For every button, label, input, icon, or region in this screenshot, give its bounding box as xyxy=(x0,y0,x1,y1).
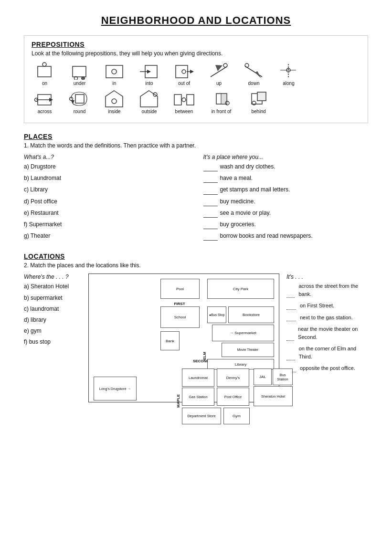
def-3: get stamps and mail letters. xyxy=(203,185,369,194)
svg-rect-34 xyxy=(174,95,181,105)
svg-rect-2 xyxy=(73,66,86,77)
map-longs-drugstore: Long's Drugstore → xyxy=(94,377,137,400)
answer-5: on the corner of Elm and Third. xyxy=(286,345,363,360)
its-label: It's . . . xyxy=(286,274,363,280)
svg-point-6 xyxy=(112,69,117,74)
svg-marker-32 xyxy=(140,91,158,107)
places-title: PLACES xyxy=(24,133,368,140)
svg-point-36 xyxy=(182,98,186,102)
map-school: School xyxy=(160,306,200,328)
place-item-a: a) Drugstore xyxy=(24,162,189,171)
map-movie-theater: Movie Theater xyxy=(222,343,274,357)
map-pool: Pool xyxy=(160,279,200,299)
map-gas-station: Gas Station xyxy=(182,388,214,406)
prep-between: between xyxy=(171,90,197,114)
answer-6: opposite the post office. xyxy=(286,364,363,372)
map-bank: Bank xyxy=(160,331,180,350)
prep-in: in xyxy=(101,62,127,86)
map-sheraton-hotel: Sheraton Hotel xyxy=(254,386,293,406)
whats-a-label: What's a...? xyxy=(24,154,189,160)
svg-point-16 xyxy=(223,63,227,67)
prepositions-section: PREPOSITIONS Look at the following prepo… xyxy=(24,35,368,123)
svg-point-31 xyxy=(112,99,117,104)
place-item-b: b) Laundromat xyxy=(24,174,189,183)
prep-under: under xyxy=(66,62,93,86)
prep-along: along xyxy=(275,62,302,86)
prepositions-desc: Look at the following prepositions, they… xyxy=(32,50,360,57)
place-item-e: e) Restaurant xyxy=(24,209,189,218)
locations-left-column: Where's the . . . ? a) Sheraton Hotel b)… xyxy=(24,274,81,402)
prep-inside: inside xyxy=(101,90,127,114)
places-match-table: What's a...? a) Drugstore b) Laundromat … xyxy=(24,154,368,243)
map-post-office: Post Office xyxy=(217,388,249,406)
map-bus-station: Bus Station xyxy=(273,368,293,385)
svg-marker-9 xyxy=(147,70,151,74)
places-section: PLACES 1. Match the words and the defini… xyxy=(24,133,368,243)
prepositions-row1: on under in into xyxy=(32,62,360,86)
street-maple: MAPLE xyxy=(176,377,180,408)
map-laundromat: Laundromat xyxy=(182,368,214,387)
map-city-park: City Park xyxy=(207,279,274,299)
street-elm: ELM xyxy=(202,331,207,360)
svg-rect-27 xyxy=(75,95,84,103)
prep-into: into xyxy=(136,62,162,86)
wheres-the-label: Where's the . . . ? xyxy=(24,274,81,280)
answer-1: across the street from the bank. xyxy=(286,282,363,298)
map-supermarket: → Supermarket xyxy=(212,325,274,341)
map-jal: JAL xyxy=(254,368,272,385)
answer-3: next to the gas station. xyxy=(286,314,363,322)
svg-marker-13 xyxy=(190,70,194,74)
map-bus-stop: ●Bus Stop xyxy=(207,306,226,323)
map-department-store: Department Store xyxy=(182,408,221,424)
answer-2: on First Street. xyxy=(286,302,363,310)
locations-content: Where's the . . . ? a) Sheraton Hotel b)… xyxy=(24,274,368,402)
prep-down: down xyxy=(241,62,267,86)
loc-item-b: b) supermarket xyxy=(24,294,81,303)
answer-4: near the movie theater on Second. xyxy=(286,325,363,341)
its-a-place-label: It's a place where you... xyxy=(203,154,369,160)
loc-item-e: e) gym xyxy=(24,326,81,336)
map-bookstore: Bookstore xyxy=(228,306,274,323)
prep-behind: behind xyxy=(245,90,272,114)
place-item-d: d) Post office xyxy=(24,197,189,206)
def-2: have a meal. xyxy=(203,174,369,183)
svg-point-19 xyxy=(245,63,249,67)
place-item-f: f) Supermarket xyxy=(24,220,189,229)
map-container: FIRST SECOND THIRD ELM MAPLE Pool City P… xyxy=(88,274,279,402)
map-gym: Gym xyxy=(223,408,250,424)
map-library: Library xyxy=(207,359,274,369)
def-5: see a movie or play. xyxy=(203,209,369,218)
page-title: NEIGHBORHOOD AND LOCATIONS xyxy=(24,14,368,27)
prep-up: up xyxy=(206,62,232,86)
locations-right-column: It's . . . across the street from the ba… xyxy=(286,274,363,402)
loc-item-d: d) library xyxy=(24,316,81,325)
prep-outside: outside xyxy=(136,90,162,114)
prep-across: across xyxy=(32,90,58,114)
prep-in-front-of: in front of xyxy=(206,90,237,114)
prep-on: on xyxy=(32,62,58,86)
svg-rect-5 xyxy=(106,65,123,78)
prep-round: round xyxy=(66,90,93,114)
locations-instruction: 2. Match the places and the locations li… xyxy=(24,262,368,269)
places-left-column: What's a...? a) Drugstore b) Laundromat … xyxy=(24,154,189,243)
locations-title: LOCATIONS xyxy=(24,253,368,260)
loc-item-a: a) Sheraton Hotel xyxy=(24,282,81,291)
def-4: buy medicine. xyxy=(203,197,369,206)
map-dennys: Denny's xyxy=(217,368,249,387)
map-inner: FIRST SECOND THIRD ELM MAPLE Pool City P… xyxy=(89,274,279,402)
places-right-column: It's a place where you... wash and dry c… xyxy=(203,154,369,243)
def-1: wash and dry clothes. xyxy=(203,162,369,171)
svg-rect-0 xyxy=(38,66,51,77)
def-6: buy groceries. xyxy=(203,220,369,229)
loc-item-c: c) laundromat xyxy=(24,305,81,314)
def-7: borrow books and read newspapers. xyxy=(203,232,369,241)
prep-out-of: out of xyxy=(171,62,197,86)
place-item-g: g) Theater xyxy=(24,232,189,241)
street-first: FIRST xyxy=(160,302,199,306)
prepositions-title: PREPOSITIONS xyxy=(32,41,360,48)
svg-point-11 xyxy=(182,70,186,74)
svg-point-42 xyxy=(252,101,256,105)
prepositions-row2: across round inside out xyxy=(32,90,360,114)
locations-section: LOCATIONS 2. Match the places and the lo… xyxy=(24,253,368,402)
svg-line-17 xyxy=(245,66,262,77)
